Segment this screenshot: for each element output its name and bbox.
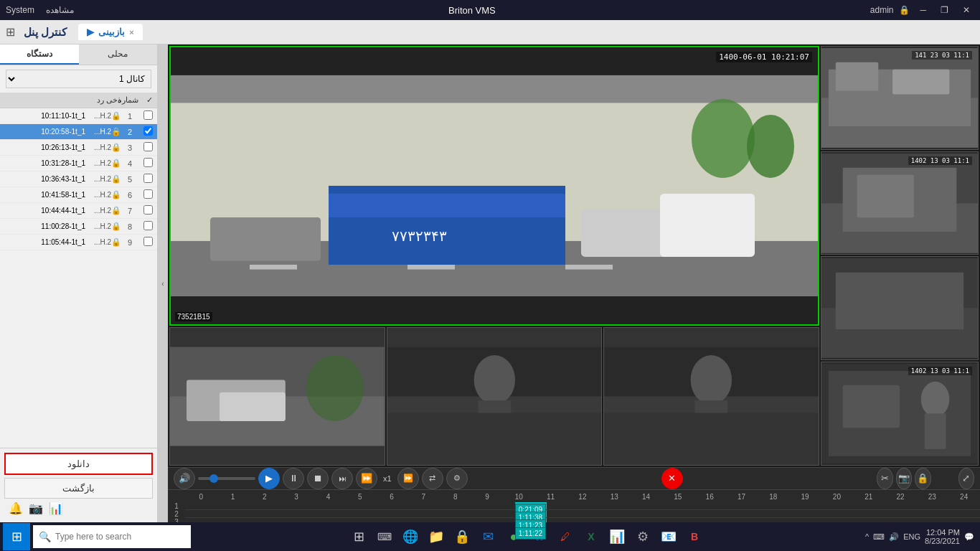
- track-row[interactable]: 0:21:09: [185, 502, 980, 510]
- row-num: 6: [121, 191, 138, 199]
- thumb-3[interactable]: [603, 327, 819, 466]
- track-row[interactable]: 1:11:38: [185, 510, 980, 518]
- side-video-2[interactable]: 1402 13 03 11:1: [821, 151, 979, 255]
- taskbar-icon-mail[interactable]: ✉: [476, 525, 499, 548]
- taskbar-icon-edge[interactable]: 🌐: [399, 525, 422, 548]
- recording-row[interactable]: 8 🔒 H.2... 1_11:00:28-1t: [0, 219, 157, 235]
- side-video-3[interactable]: [821, 256, 979, 360]
- lock-ctrl-button[interactable]: 🔒: [915, 468, 931, 489]
- settings-button[interactable]: ⚙: [446, 468, 468, 489]
- svg-rect-29: [604, 413, 819, 446]
- camera-icon[interactable]: 📷: [29, 501, 43, 515]
- tab-close-icon[interactable]: ×: [129, 28, 133, 37]
- recording-row[interactable]: 2 🔒 H.2... 1_10:20:58-1t: [0, 124, 157, 140]
- tab-local[interactable]: محلی: [79, 44, 158, 65]
- row-type: H.2...: [85, 112, 111, 120]
- ruler-tick: 19: [789, 493, 821, 501]
- recording-row[interactable]: 4 🔒 H.2... 1_10:31:28-1t: [0, 156, 157, 171]
- alarm-icon[interactable]: 🔔: [9, 501, 23, 515]
- row-check[interactable]: [138, 158, 153, 169]
- skip-forward-button[interactable]: ⏩: [397, 468, 419, 489]
- minimize-button[interactable]: ─: [915, 4, 930, 17]
- taskbar-icon-outlook[interactable]: 📧: [657, 525, 680, 548]
- ruler-tick: 3: [281, 493, 312, 501]
- taskbar-icon-shield[interactable]: 🔒: [451, 525, 473, 548]
- scissors-button[interactable]: ✂: [877, 468, 893, 489]
- title-bar-controls: admin 🔒 ─ ❐ ✕: [870, 4, 974, 17]
- snapshot-button[interactable]: 📷: [896, 468, 913, 489]
- thumb-1[interactable]: [169, 327, 385, 466]
- side-video-2-timestamp: 1402 13 03 11:1: [908, 156, 972, 165]
- ruler-tick: 17: [725, 493, 757, 501]
- taskbar-icon-folder[interactable]: 📁: [425, 525, 448, 548]
- recording-row[interactable]: 9 🔒 H.2... 1_11:05:44-1t: [0, 235, 157, 250]
- thumb-2[interactable]: [387, 327, 603, 466]
- row-check[interactable]: [138, 174, 153, 184]
- taskbar-icon-stats[interactable]: 📊: [606, 525, 628, 548]
- menu-system[interactable]: System: [6, 5, 34, 15]
- row-check[interactable]: [138, 126, 153, 137]
- speaker-icon[interactable]: 🔊: [889, 532, 899, 542]
- svg-rect-11: [660, 194, 755, 257]
- menu-view[interactable]: مشاهده: [46, 5, 74, 15]
- svg-point-27: [691, 355, 732, 405]
- taskbar-icon-settings[interactable]: ⚙: [631, 525, 654, 548]
- channel-select[interactable]: کانال 1 کانال 2: [6, 70, 151, 88]
- row-check[interactable]: [138, 221, 153, 232]
- play-button[interactable]: ▶: [258, 468, 280, 489]
- step-forward-button[interactable]: ⏭: [331, 468, 353, 489]
- side-video-1[interactable]: 141 23 03 11:1: [821, 46, 979, 150]
- ruler-tick: 12: [567, 493, 598, 501]
- svg-rect-24: [387, 413, 602, 446]
- taskbar-icon-task-view[interactable]: ⊞: [347, 525, 370, 548]
- search-input[interactable]: [55, 532, 185, 542]
- ruler-tick: 7: [407, 493, 439, 501]
- header-rd: ذخی رد: [4, 95, 121, 105]
- settings-icon[interactable]: 📊: [49, 501, 63, 515]
- expand-button[interactable]: ⤢: [958, 468, 975, 489]
- fast-forward-button[interactable]: ⏩: [356, 468, 377, 489]
- playback-button[interactable]: بازگشت: [4, 478, 153, 499]
- channel-dropdown[interactable]: کانال 1 کانال 2: [6, 70, 151, 88]
- svg-rect-4: [250, 265, 297, 270]
- restore-button[interactable]: ❐: [936, 4, 953, 17]
- collapse-handle[interactable]: ‹: [158, 44, 168, 522]
- volume-slider[interactable]: [198, 477, 255, 480]
- taskbar-icon-office[interactable]: 🖊: [554, 525, 577, 548]
- tab-label: بازبینی: [98, 27, 125, 37]
- row-check[interactable]: [138, 110, 153, 121]
- recording-row[interactable]: 7 🔒 H.2... 1_10:44:44-1t: [0, 203, 157, 219]
- panel-tabs: دستگاه محلی: [0, 44, 157, 65]
- close-button[interactable]: ✕: [958, 4, 974, 17]
- side-video-4[interactable]: 1402 13 03 11:1: [821, 362, 979, 466]
- row-check[interactable]: [138, 189, 153, 200]
- download-button[interactable]: دانلود: [4, 453, 153, 475]
- taskbar-icon-keyboard[interactable]: ⌨: [373, 525, 396, 548]
- taskbar-icon-briton[interactable]: B: [683, 525, 706, 548]
- start-button[interactable]: ⊞: [3, 523, 30, 550]
- tab-playback[interactable]: ▶ بازبینی ×: [78, 24, 142, 40]
- recording-row[interactable]: 1 🔒 H.2... 1_10:11:10-1t: [0, 108, 157, 124]
- recording-row[interactable]: 6 🔒 H.2... 1_10:41:58-1t: [0, 187, 157, 203]
- pause-button[interactable]: ⏸: [283, 468, 304, 489]
- video-side: 141 23 03 11:1 1402 13 03 11:1: [821, 46, 979, 466]
- taskbar-icon-excel[interactable]: X: [580, 525, 603, 548]
- video-grid: ۷۷۳۲۳۴۳ 1400-06-01 10:21:07 73521B15: [168, 44, 980, 467]
- stop-button[interactable]: ⏹: [307, 468, 329, 489]
- tab-play-icon: ▶: [87, 27, 94, 37]
- row-check[interactable]: [138, 237, 153, 248]
- close-red-button[interactable]: ✕: [661, 468, 683, 489]
- volume-button[interactable]: 🔊: [174, 468, 195, 489]
- row-check[interactable]: [138, 142, 153, 153]
- row-check[interactable]: [138, 205, 153, 216]
- search-box[interactable]: 🔍: [33, 525, 191, 548]
- main-video[interactable]: ۷۷۳۲۳۴۳ 1400-06-01 10:21:07 73521B15: [169, 46, 819, 326]
- notification-icon[interactable]: 💬: [964, 532, 974, 542]
- tab-device[interactable]: دستگاه: [0, 44, 79, 65]
- lock-icon: 🔒: [111, 111, 121, 121]
- keyboard-icon[interactable]: ⌨: [873, 532, 885, 542]
- sync-button[interactable]: ⇄: [422, 468, 443, 489]
- recording-row[interactable]: 3 🔒 H.2... 1_10:26:13-1t: [0, 140, 157, 156]
- tray-expand-icon[interactable]: ^: [865, 532, 869, 541]
- recording-row[interactable]: 5 🔒 H.2... 1_10:36:43-1t: [0, 171, 157, 187]
